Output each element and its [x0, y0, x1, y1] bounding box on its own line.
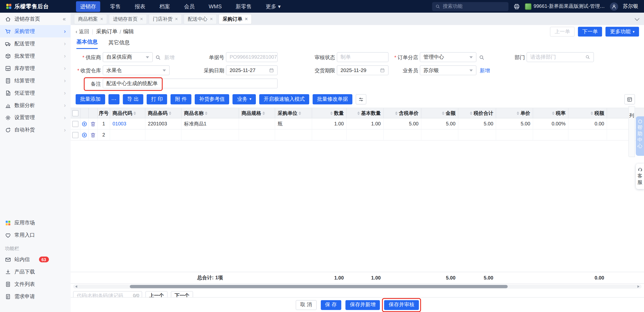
sidebar-item-analytics[interactable]: 数据分析 ›: [0, 99, 71, 111]
customer-service-tab[interactable]: 客服: [636, 164, 644, 189]
sidebar-item-files[interactable]: 文件列表: [0, 278, 71, 290]
scroll-left-arrow-icon[interactable]: [74, 285, 77, 288]
replenish-reference-button[interactable]: 补货参考值: [195, 94, 229, 105]
column-config-tab[interactable]: 列: [628, 106, 635, 157]
global-search-input[interactable]: 搜索功能: [432, 2, 509, 11]
nav-item-wms[interactable]: WMS: [205, 2, 226, 11]
tab-purchase-order[interactable]: 采购订单×: [219, 14, 252, 24]
header-tax-total[interactable]: 税价合计: [458, 108, 496, 118]
sidebar-item-inbox[interactable]: 站内信 63: [0, 253, 71, 266]
sidebar-item-purchase[interactable]: 采购管理 ›: [0, 25, 71, 38]
sort-icon[interactable]: [299, 111, 301, 115]
cell-code[interactable]: 01003: [110, 118, 145, 129]
sidebar-item-home[interactable]: 进销存首页 «: [0, 13, 71, 25]
nav-item-inventory[interactable]: 进销存: [76, 1, 100, 12]
sidebar-item-settlement[interactable]: 结算管理 ›: [0, 75, 71, 87]
nav-item-members[interactable]: 会员: [180, 1, 199, 12]
sort-icon[interactable]: [517, 111, 519, 115]
header-tax-amount[interactable]: 税额: [569, 108, 607, 118]
scroll-right-arrow-icon[interactable]: [637, 285, 641, 288]
sort-icon[interactable]: [134, 111, 136, 115]
tab-inventory-home[interactable]: 进销存首页×: [109, 14, 147, 24]
sidebar-item-favorites[interactable]: 常用入口: [0, 229, 71, 241]
sidebar-item-settings[interactable]: 设置管理 ›: [0, 111, 71, 124]
select-all-checkbox[interactable]: [72, 110, 78, 116]
back-button[interactable]: ‹ 返回: [75, 28, 89, 35]
header-barcode[interactable]: 商品条码: [145, 108, 182, 118]
cell-tax-price[interactable]: 5.00: [384, 118, 421, 129]
header-amount[interactable]: 金额: [421, 108, 458, 118]
collapse-sidebar-icon[interactable]: «: [63, 16, 66, 22]
help-center-tab[interactable]: 帮助中心: [636, 116, 644, 156]
sort-icon[interactable]: [552, 111, 554, 115]
attachment-button[interactable]: 附 件: [171, 94, 191, 105]
order-branch-select[interactable]: 管理中心: [420, 52, 476, 62]
cancel-button[interactable]: 取 消: [296, 300, 316, 310]
save-and-new-button[interactable]: 保存并新增: [345, 300, 380, 310]
tab-basic-info[interactable]: 基本信息: [76, 38, 98, 49]
calendar-icon[interactable]: [269, 68, 274, 73]
close-icon[interactable]: ×: [175, 16, 178, 22]
horizontal-scrollbar[interactable]: [73, 285, 642, 289]
sidebar-item-wholesale[interactable]: 批发管理 ›: [0, 50, 71, 62]
cell-qty[interactable]: 1.00: [312, 118, 347, 129]
cell-qty[interactable]: [312, 129, 347, 140]
tab-other-info[interactable]: 其它信息: [108, 39, 130, 49]
nav-item-archives[interactable]: 档案: [155, 1, 174, 12]
user-name[interactable]: 苏尔银: [623, 3, 638, 10]
cell-tax-price[interactable]: [384, 129, 421, 140]
salesman-select[interactable]: 苏尔银: [420, 65, 476, 75]
add-row-icon[interactable]: [81, 132, 87, 138]
table-row[interactable]: 2: [71, 129, 644, 141]
sidebar-item-voucher[interactable]: 凭证管理 ›: [0, 87, 71, 99]
close-icon[interactable]: ×: [210, 16, 213, 22]
delete-row-icon[interactable]: [90, 132, 96, 138]
header-price[interactable]: 单价: [496, 108, 533, 118]
sort-icon[interactable]: [330, 111, 333, 115]
supplier-search-button[interactable]: [154, 54, 162, 61]
search-icon[interactable]: [585, 55, 590, 60]
tab-product-archive[interactable]: 商品档案×: [74, 14, 107, 24]
order-branch-search-button[interactable]: [478, 54, 485, 61]
close-icon[interactable]: ×: [100, 16, 103, 22]
supplier-select[interactable]: 自采供应商: [103, 52, 153, 62]
sidebar-item-downloads[interactable]: 产品下载: [0, 266, 71, 278]
sort-icon[interactable]: [169, 111, 171, 115]
supplier-add-link[interactable]: 新增: [164, 52, 175, 63]
header-qty[interactable]: 数量: [312, 108, 347, 118]
tab-delivery-center[interactable]: 配送中心×: [184, 14, 217, 24]
print-button[interactable]: 打 印: [147, 94, 167, 105]
batch-edit-button[interactable]: 批量修改单据: [312, 94, 352, 105]
nav-item-more[interactable]: 更多▾: [262, 1, 285, 12]
sort-icon[interactable]: [470, 111, 472, 115]
sidebar-item-delivery[interactable]: 配送管理 ›: [0, 38, 71, 50]
batch-add-button[interactable]: 批量添加: [75, 94, 105, 105]
sort-icon[interactable]: [357, 111, 360, 115]
sort-icon[interactable]: [262, 111, 265, 115]
store-selector[interactable]: 99661-新界面果蔬版测试-管理…: [525, 3, 605, 10]
save-and-audit-button[interactable]: 保存并审核: [384, 300, 419, 310]
row-checkbox[interactable]: [72, 121, 78, 127]
nav-item-new-retail[interactable]: 新零售: [231, 1, 256, 12]
row-checkbox[interactable]: [72, 132, 78, 138]
next-order-button[interactable]: 下一单: [578, 27, 602, 37]
cell-code[interactable]: [110, 129, 145, 140]
printer-icon[interactable]: [513, 3, 520, 10]
salesman-add-link[interactable]: 新增: [480, 65, 490, 76]
header-spec[interactable]: 商品规格: [239, 108, 275, 118]
prev-order-button[interactable]: 上一单: [550, 27, 575, 37]
header-tax-rate[interactable]: 税率: [533, 108, 568, 118]
header-code[interactable]: 商品代码: [110, 108, 145, 118]
more-functions-button[interactable]: 更多功能▾: [606, 27, 639, 37]
table-row[interactable]: 1 01003 2201003 标准商品1 瓶 1.00 1.00 5.00 5…: [71, 118, 644, 129]
tab-store-replenish[interactable]: 门店补货×: [149, 14, 182, 24]
remark-input[interactable]: 配送中心生成的统配单: [103, 79, 278, 88]
product-code-link[interactable]: 01003: [112, 121, 126, 127]
speed-input-button[interactable]: 开启极速输入模式: [259, 94, 309, 105]
sort-icon[interactable]: [205, 111, 208, 115]
tab-overflow-button[interactable]: [633, 18, 641, 20]
warehouse-select[interactable]: 水果仓: [103, 65, 170, 75]
sidebar-item-requests[interactable]: 需求申请: [0, 290, 71, 303]
app-logo[interactable]: 乐檬零售后台: [0, 3, 55, 10]
header-base-qty[interactable]: 基本数量: [347, 108, 384, 118]
